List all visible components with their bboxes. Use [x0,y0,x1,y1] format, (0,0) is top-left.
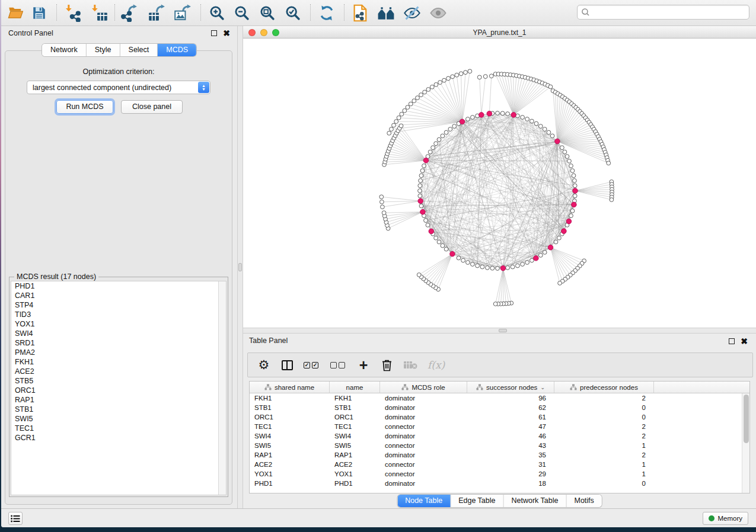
cell-MCDS-role: connector [380,469,467,479]
tab-node-table[interactable]: Node Table [397,495,451,507]
mcds-result-item[interactable]: SWI4 [11,329,226,338]
tab-edge-table[interactable]: Edge Table [451,495,503,507]
mcds-result-item[interactable]: SWI5 [11,414,226,424]
mcds-result-item[interactable]: PHD1 [11,281,226,291]
export-table-icon[interactable] [147,4,166,23]
deselect-all-checks-icon[interactable] [330,358,347,372]
memory-label: Memory [717,515,742,522]
mcds-result-item[interactable]: TEC1 [11,424,226,433]
tab-style[interactable]: Style [87,44,120,56]
table-row[interactable]: ACE2ACE2connector311 [250,460,749,469]
cell-shared-name: TEC1 [250,422,330,431]
close-panel-icon[interactable]: ✖ [741,338,748,344]
cell-successor-nodes: 47 [467,422,554,431]
open-file-icon[interactable] [7,4,25,23]
mcds-result-item[interactable]: ACE2 [11,367,226,376]
horizontal-splitter[interactable] [243,328,756,334]
mcds-result-item[interactable]: CAR1 [11,291,226,300]
select-all-checks-icon[interactable]: ✓✓ [304,358,320,372]
cell-predecessor-nodes: 2 [554,431,654,441]
table-row[interactable]: TEC1TEC1connector472 [250,422,749,431]
column-header-successor-nodes[interactable]: successor nodes⌄ [467,382,554,393]
column-header-shared-name[interactable]: shared name [250,382,330,393]
cell-successor-nodes: 61 [467,412,554,422]
table-panel-tabs: Node TableEdge TableNetwork TableMotifs [397,495,602,507]
table-row[interactable]: SWI4SWI4dominator462 [250,431,749,441]
scrollbar-thumb[interactable] [744,395,749,443]
table-row[interactable]: PHD1PHD1dominator180 [250,479,749,488]
mcds-result-item[interactable]: PMA2 [11,348,226,357]
mcds-list-scrollbar[interactable] [218,281,226,495]
mcds-result-item[interactable]: STB1 [11,405,226,414]
mcds-result-list[interactable]: PHD1CAR1STP4TID3YOX1SWI4SRD1PMA2FKH1ACE2… [11,281,227,495]
column-header-MCDS-role[interactable]: MCDS role [380,382,467,393]
mcds-result-item[interactable]: SRD1 [11,338,226,348]
add-column-icon[interactable]: + [357,358,370,372]
refresh-icon[interactable] [317,4,336,23]
cell-predecessor-nodes: 0 [554,479,654,488]
column-panes-icon[interactable] [280,358,294,372]
show-details-icon[interactable] [429,4,448,23]
table-row[interactable]: SWI5SWI5connector431 [250,441,749,450]
table-row[interactable]: YOX1YOX1connector291 [250,469,749,479]
import-network-icon[interactable] [64,4,83,23]
mcds-result-item[interactable]: STB5 [11,376,226,386]
zoom-fit-icon[interactable] [258,4,277,23]
table-scrollbar[interactable] [742,393,749,493]
mcds-result-item[interactable]: STP4 [11,300,226,310]
table-row[interactable]: RAP1RAP1dominator352 [250,450,749,460]
tab-network-table[interactable]: Network Table [504,495,567,507]
optimization-criterion-select[interactable]: largest connected component (undirected)… [27,81,210,94]
network-canvas[interactable] [243,39,756,328]
splitter-grip[interactable] [499,329,507,332]
float-panel-icon[interactable] [211,30,217,36]
task-history-button[interactable] [8,512,23,525]
network-window-titlebar[interactable]: YPA_prune.txt_1 [243,26,756,39]
hide-details-icon[interactable] [403,4,422,23]
table-row[interactable]: ORC1ORC1dominator610 [250,412,749,422]
splitter-grip[interactable] [238,263,242,271]
close-panel-button[interactable]: Close panel [121,100,183,114]
cell-name: TEC1 [330,422,380,431]
mcds-result-item[interactable]: FKH1 [11,357,226,367]
export-network-icon[interactable] [119,4,138,23]
network-document-icon[interactable] [351,4,370,23]
export-image-icon[interactable] [173,4,192,23]
binoculars-icon[interactable] [377,4,395,23]
column-header-predecessor-nodes[interactable]: predecessor nodes [554,382,654,393]
search-input[interactable] [577,5,749,20]
table-row[interactable]: STB1STB1dominator620 [250,403,749,412]
delete-table-icon [403,358,417,372]
table-row[interactable]: FKH1FKH1dominator962 [250,393,749,403]
zoom-out-icon[interactable] [232,4,251,23]
cell-name: PHD1 [330,479,380,488]
mcds-result-item[interactable]: TID3 [11,310,226,319]
network-graph[interactable] [243,39,756,328]
vertical-splitter[interactable] [237,26,243,508]
namespace-icon [264,384,272,390]
zoom-selected-icon[interactable] [283,4,302,23]
mcds-result-item[interactable]: GCR1 [11,433,226,443]
memory-button[interactable]: Memory [703,512,748,525]
tab-mcds[interactable]: MCDS [158,44,196,56]
tab-motifs[interactable]: Motifs [566,495,601,507]
settings-gear-icon[interactable]: ⚙ [257,358,270,372]
cell-name: STB1 [330,403,380,412]
zoom-in-icon[interactable] [208,4,227,23]
run-mcds-button[interactable]: Run MCDS [56,100,113,114]
cell-successor-nodes: 18 [467,479,554,488]
mcds-result-item[interactable]: ORC1 [11,386,226,395]
mcds-result-item[interactable]: RAP1 [11,395,226,405]
mcds-result-item[interactable]: YOX1 [11,319,226,329]
column-header-name[interactable]: name [330,382,380,393]
save-session-icon[interactable] [30,4,49,23]
cell-predecessor-nodes: 2 [554,450,654,460]
tab-select[interactable]: Select [120,44,158,56]
cell-MCDS-role: dominator [380,450,467,460]
close-panel-icon[interactable]: ✖ [223,30,230,36]
delete-column-icon[interactable] [380,358,393,372]
tab-network[interactable]: Network [42,44,87,56]
float-panel-icon[interactable] [729,338,735,344]
import-table-icon[interactable] [90,4,109,23]
cell-predecessor-nodes: 1 [554,460,654,469]
